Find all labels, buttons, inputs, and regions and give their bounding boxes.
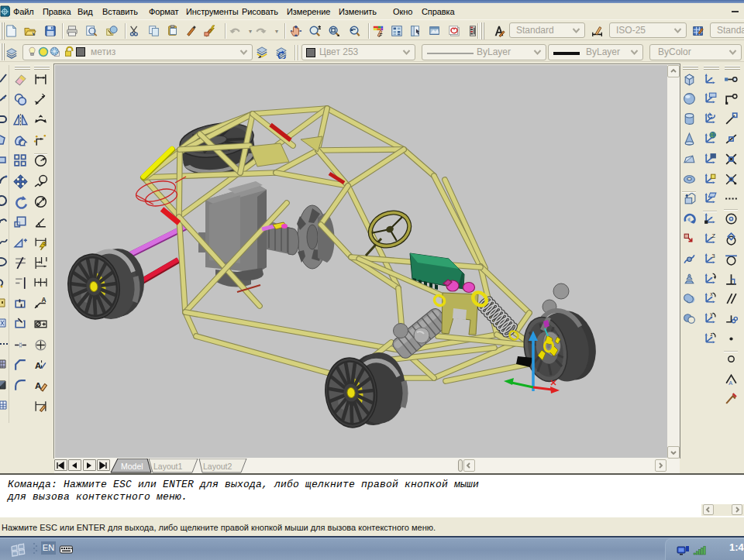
svg-text:x: x	[711, 291, 714, 297]
svg-text:Layout1: Layout1	[153, 462, 183, 471]
svg-text:3: 3	[712, 253, 715, 259]
svg-text:A: A	[42, 297, 46, 304]
svg-text:Model: Model	[121, 462, 143, 471]
svg-text:A: A	[728, 380, 732, 387]
svg-text:z: z	[711, 332, 713, 337]
svg-text:A: A	[35, 360, 42, 370]
svg-text:Z: Z	[712, 232, 716, 239]
svg-text:Layout2: Layout2	[203, 462, 232, 471]
